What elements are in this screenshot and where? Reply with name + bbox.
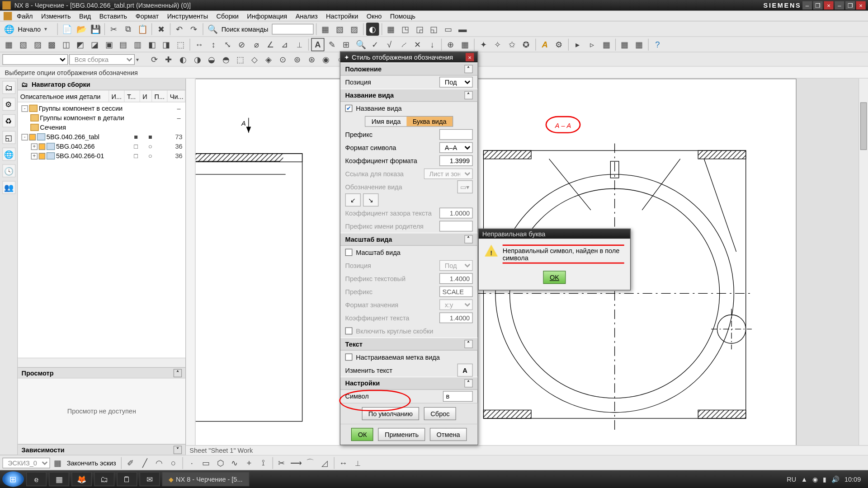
sk-poly-icon[interactable]: ⬡ xyxy=(214,456,227,469)
scale-checkbox[interactable] xyxy=(345,249,353,256)
dt-3[interactable]: ▨ xyxy=(31,38,44,51)
dt-39[interactable]: ▸ xyxy=(571,38,584,51)
dt-16[interactable]: ⤡ xyxy=(221,38,234,51)
sk-fillet-icon[interactable]: ⌒ xyxy=(304,456,317,469)
rb-history-icon[interactable]: 🕓 xyxy=(2,164,15,178)
tree-row[interactable]: -5BG.040.266_tabl■■73 xyxy=(18,132,186,141)
dt-24[interactable]: ⊞ xyxy=(340,38,353,51)
symbol-input[interactable] xyxy=(443,391,473,402)
dt-22[interactable]: A xyxy=(311,38,324,51)
tb-tc-icon[interactable]: ▦ xyxy=(49,472,69,486)
dt-7[interactable]: ◪ xyxy=(88,38,101,51)
dt-1[interactable]: ▦ xyxy=(2,38,15,51)
dt-37[interactable]: A xyxy=(538,38,552,51)
menu-help[interactable]: Помощь xyxy=(387,11,419,20)
sk-plus-icon[interactable]: + xyxy=(242,456,255,469)
dt-34[interactable]: ✧ xyxy=(491,38,505,51)
sk-dim-icon[interactable]: ↔ xyxy=(337,456,350,469)
dt-42[interactable]: ▦ xyxy=(618,38,631,51)
ok-button[interactable]: ОК xyxy=(351,428,373,441)
dt-4[interactable]: ▩ xyxy=(45,38,58,51)
sk-point-icon[interactable]: · xyxy=(185,456,198,469)
col-3[interactable]: И xyxy=(140,90,152,102)
row-checkbox[interactable] xyxy=(39,153,46,159)
tree-row[interactable]: Группы компонент в детали– xyxy=(18,113,186,122)
finish-sketch-label[interactable]: Закончить эскиз xyxy=(66,459,118,466)
col-1[interactable]: И... xyxy=(109,90,124,102)
dt-17[interactable]: ⊘ xyxy=(236,38,249,51)
deps-collapse-icon[interactable]: ˅ xyxy=(174,446,182,454)
filter-dd[interactable]: ▾ xyxy=(136,56,147,62)
menu-analysis[interactable]: Анализ xyxy=(292,11,321,20)
dt-33[interactable]: ✦ xyxy=(477,38,490,51)
dt-12[interactable]: ◨ xyxy=(160,38,173,51)
system-tray[interactable]: RU ▲ ◉ ▮ 🔊 10:09 xyxy=(782,475,866,483)
sk-rect-icon[interactable]: ▭ xyxy=(199,456,212,469)
copy-icon[interactable]: ⧉ xyxy=(122,22,135,35)
tree-row[interactable]: Сечения xyxy=(18,122,186,132)
rb-part-icon[interactable]: ⚙ xyxy=(2,98,15,111)
ft-10[interactable]: ⊙ xyxy=(277,53,290,66)
tb-b[interactable]: ▧ xyxy=(333,22,346,35)
apply-button[interactable]: Применить xyxy=(378,428,425,441)
tb-e[interactable]: ▦ xyxy=(385,22,398,35)
col-2[interactable]: Т... xyxy=(125,90,140,102)
toggle-name[interactable]: Имя вида xyxy=(366,117,407,126)
menu-assemblies[interactable]: Сборки xyxy=(213,11,242,20)
dt-6[interactable]: ◩ xyxy=(74,38,87,51)
dt-2[interactable]: ▧ xyxy=(17,38,30,51)
dt-23[interactable]: ✎ xyxy=(326,38,339,51)
arrow-style-2[interactable]: ↘ xyxy=(363,193,378,206)
sk-trim-icon[interactable]: ✂ xyxy=(275,456,288,469)
tray-shield-icon[interactable]: ◉ xyxy=(812,475,818,483)
dt-14[interactable]: ↔ xyxy=(193,38,206,51)
tb-mail-icon[interactable]: ✉ xyxy=(140,472,160,486)
sk-profile-icon[interactable]: ✐ xyxy=(124,456,137,469)
dt-5[interactable]: ◫ xyxy=(60,38,73,51)
dt-43[interactable]: ▦ xyxy=(632,38,646,51)
menu-format[interactable]: Формат xyxy=(132,11,162,20)
coef-input[interactable] xyxy=(439,155,473,166)
tree-row[interactable]: +5BG.040.266□○36 xyxy=(18,141,186,151)
dt-10[interactable]: ▥ xyxy=(131,38,144,51)
tb-f[interactable]: ◳ xyxy=(399,22,412,35)
dt-21[interactable]: ⟂ xyxy=(292,38,306,51)
dt-19[interactable]: ∠ xyxy=(264,38,277,51)
preview-collapse-icon[interactable]: ˄ xyxy=(174,369,182,377)
tray-flag-icon[interactable]: ▲ xyxy=(801,475,807,483)
dt-38[interactable]: ⚙ xyxy=(552,38,566,51)
rb-roles-icon[interactable]: 👥 xyxy=(2,181,15,194)
dt-26[interactable]: ✓ xyxy=(368,38,382,51)
dt-13[interactable]: ⬚ xyxy=(174,38,187,51)
dt-36[interactable]: ✪ xyxy=(520,38,533,51)
menu-prefs[interactable]: Настройки xyxy=(322,11,362,20)
menu-file[interactable]: Файл xyxy=(13,11,36,20)
dt-help-icon[interactable]: ? xyxy=(651,38,664,51)
cancel-button[interactable]: Отмена xyxy=(430,428,467,441)
sk-circle-icon[interactable]: ○ xyxy=(167,456,180,469)
menu-insert[interactable]: Вставить xyxy=(96,11,131,20)
rb-web-icon[interactable]: 🌐 xyxy=(2,148,15,161)
dt-15[interactable]: ↕ xyxy=(207,38,220,51)
tb-i[interactable]: ▭ xyxy=(442,22,455,35)
dt-31[interactable]: ⊕ xyxy=(444,38,457,51)
open-icon[interactable]: 📂 xyxy=(75,22,88,35)
sketch-name-select[interactable]: ЭСКИЗ_0 xyxy=(2,457,50,468)
save-icon[interactable]: 💾 xyxy=(89,22,102,35)
sk-t1[interactable]: ⟟ xyxy=(257,456,270,469)
start-button[interactable]: ⊞ xyxy=(2,471,24,487)
pos-select[interactable]: Под xyxy=(439,77,473,88)
col-5[interactable]: Чи... xyxy=(168,90,186,102)
ft-7[interactable]: ⬚ xyxy=(234,53,247,66)
ft-9[interactable]: ◈ xyxy=(262,53,275,66)
sk-arc-icon[interactable]: ◠ xyxy=(152,456,165,469)
viewname-checkbox[interactable] xyxy=(345,105,353,112)
sect-viewname-collapse[interactable]: ˄ xyxy=(464,91,472,99)
menu-window[interactable]: Окно xyxy=(363,11,386,20)
minimize-inner-button[interactable]: – xyxy=(802,1,812,9)
tree-row[interactable]: -Группы компонент в сессии– xyxy=(18,103,186,113)
ft-1[interactable]: ⟳ xyxy=(148,53,161,66)
restore-button[interactable]: ❐ xyxy=(845,1,855,9)
ft-5[interactable]: ◒ xyxy=(205,53,218,66)
tb-h[interactable]: ◱ xyxy=(428,22,441,35)
